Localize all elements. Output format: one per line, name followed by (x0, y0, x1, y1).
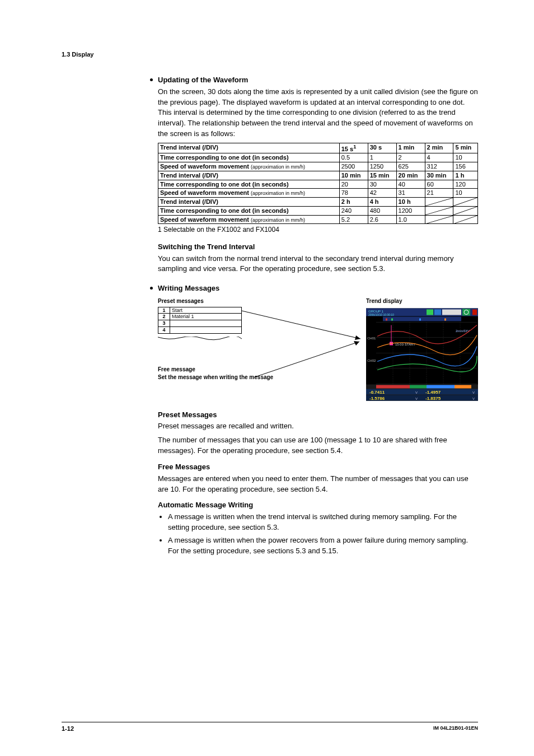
svg-rect-24 (444, 318, 446, 320)
switching-paragraph: You can switch from the normal trend int… (158, 254, 478, 275)
cell-empty (425, 206, 453, 215)
heading-updating-waveform: Updating of the Waveform (158, 75, 478, 86)
cell: 1 h (453, 171, 478, 180)
cell: 120 (453, 180, 478, 189)
cell: 10 (453, 153, 478, 162)
preset-p1: Preset messages are recalled and written… (158, 421, 478, 432)
row-label: Time corresponding to one dot (in second… (158, 206, 340, 215)
section-header: 1.3 Display (62, 50, 478, 59)
svg-rect-14 (427, 309, 433, 315)
svg-text:V: V (415, 396, 418, 400)
cell-empty (425, 198, 453, 207)
free-message-label: Free message (158, 366, 284, 374)
cell: 20 min (396, 171, 425, 180)
heading-text: Updating of the Waveform (158, 76, 248, 84)
svg-text:CH02: CH02 (367, 358, 376, 362)
svg-rect-16 (442, 309, 461, 315)
page-footer: 1-12 IM 04L21B01-01EN (62, 722, 478, 734)
table-footnote: 1 Selectable on the FX1002 and FX1004 (158, 225, 478, 235)
heading-automatic-writing: Automatic Message Writing (158, 500, 478, 511)
svg-line-2 (425, 207, 453, 215)
cell: 4 (425, 153, 453, 162)
svg-text:CH01: CH01 (367, 336, 376, 339)
svg-rect-45 (427, 385, 455, 388)
cell: 2500 (339, 162, 368, 171)
cell: 20 (339, 180, 368, 189)
cell: 2 h (339, 198, 368, 207)
heading-free-messages: Free Messages (158, 462, 478, 473)
svg-rect-44 (410, 385, 427, 388)
cell: 3 (158, 320, 170, 327)
svg-rect-15 (434, 309, 441, 315)
svg-text:V: V (472, 396, 475, 400)
cell: 1 (158, 307, 170, 314)
svg-line-1 (453, 198, 477, 206)
cell: 2 (158, 314, 170, 320)
cell-empty (453, 215, 478, 224)
preset-messages-label: Preset messages (158, 297, 284, 306)
cell: 156 (453, 162, 478, 171)
cell: 240 (339, 206, 368, 215)
row-label: Trend interval (/DIV) (158, 198, 340, 207)
svg-text:-1.5786: -1.5786 (369, 395, 385, 400)
document-id: IM 04L21B01-01EN (433, 725, 478, 734)
cell: 625 (396, 162, 425, 171)
cell: 10 (453, 189, 478, 198)
cell: 78 (339, 189, 368, 198)
row-label: Speed of waveform movement (approximatio… (158, 162, 340, 171)
cell: 60 (425, 180, 453, 189)
svg-rect-19 (472, 309, 477, 315)
cell: Material 1 (170, 314, 242, 320)
heading-preset-messages: Preset Messages (158, 410, 478, 421)
svg-text:2min/DIV: 2min/DIV (456, 329, 470, 332)
list-item: A message is written when the power reco… (168, 535, 478, 557)
bullet-icon (150, 78, 153, 81)
svg-text:2006/10/10 10:30:10: 2006/10/10 10:30:10 (368, 312, 394, 316)
svg-rect-22 (391, 318, 393, 320)
cell-empty (425, 215, 453, 224)
cell-empty (453, 198, 478, 207)
writing-messages-figure: Preset messages 1Start 2Material 1 3 4 F… (158, 297, 478, 405)
svg-line-4 (425, 216, 453, 224)
heading-switching: Switching the Trend Interval (158, 242, 478, 253)
row-label: Speed of waveform movement (approximatio… (158, 189, 340, 198)
heading-text: Writing Messages (158, 284, 219, 292)
cell: 480 (368, 206, 396, 215)
cell: 312 (425, 162, 453, 171)
svg-text:V: V (415, 390, 418, 394)
cell: 40 (396, 180, 425, 189)
cell: 42 (368, 189, 396, 198)
row-label: Time corresponding to one dot (in second… (158, 180, 340, 189)
trend-display-screenshot: GROUP 1 2006/10/10 10:30:10 (366, 307, 478, 402)
cell (170, 327, 242, 334)
updating-paragraph: On the screen, 30 dots along the time ax… (158, 87, 478, 139)
cell: 10 min (339, 171, 368, 180)
cell: 1250 (368, 162, 396, 171)
trend-interval-table: Trend interval (/DIV) 15 s1 30 s 1 min 2… (158, 143, 478, 224)
row-label: Speed of waveform movement (approximatio… (158, 215, 340, 224)
svg-marker-7 (355, 335, 360, 340)
free-message-sublabel: Set the message when writing the message (158, 374, 284, 382)
cell: 30 (368, 180, 396, 189)
cell: 5 min (453, 143, 478, 153)
cell: 1 min (396, 143, 425, 153)
cell: 1.0 (396, 215, 425, 224)
cell-empty (453, 206, 478, 215)
cell: 2.6 (368, 215, 396, 224)
svg-marker-9 (354, 341, 359, 346)
cell: 10 h (396, 198, 425, 207)
list-item: A message is written when the trend inte… (168, 512, 478, 533)
cell: 4 (158, 327, 170, 334)
svg-rect-21 (386, 318, 387, 320)
automatic-writing-list: A message is written when the trend inte… (158, 512, 478, 556)
svg-rect-23 (419, 318, 421, 320)
cell: 2 (396, 153, 425, 162)
cell: Start (170, 307, 242, 314)
svg-line-5 (453, 216, 477, 224)
trend-display-label: Trend display (366, 297, 478, 306)
svg-rect-20 (383, 316, 461, 321)
scribble-icon (158, 337, 242, 341)
svg-text:-0.7411: -0.7411 (369, 389, 385, 394)
cell: 30 min (425, 171, 453, 180)
cell (170, 320, 242, 327)
